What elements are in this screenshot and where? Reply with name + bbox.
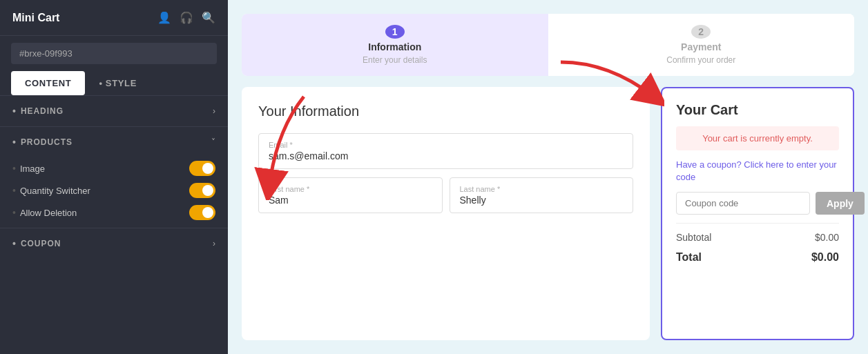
tab-content[interactable]: CONTENT xyxy=(11,71,85,95)
email-label: Email * xyxy=(269,141,623,149)
toggle-image-row: Image xyxy=(12,157,215,179)
first-name-value[interactable]: Sam xyxy=(269,195,432,206)
toggle-deletion[interactable] xyxy=(189,205,215,220)
first-name-wrapper: First name * Sam xyxy=(258,177,443,213)
toggle-deletion-row: Allow Deletion xyxy=(12,201,215,224)
subtotal-label: Subtotal xyxy=(676,232,711,243)
products-chevron-icon: ˅ xyxy=(211,137,215,147)
main-wrapper: 1 Information Enter your details 2 Payme… xyxy=(228,0,868,354)
cart-title: Your Cart xyxy=(676,102,839,118)
sidebar-title: Mini Cart xyxy=(12,12,59,24)
step-2-number: 2 xyxy=(691,25,711,39)
email-field-border: Email * sam.s@email.com xyxy=(258,133,633,169)
name-row: First name * Sam Last name * Shelly xyxy=(258,177,633,222)
sidebar-header: Mini Cart 👤 🎧 🔍 xyxy=(0,0,228,36)
subtotal-row: Subtotal $0.00 xyxy=(676,232,839,243)
last-name-label: Last name * xyxy=(460,185,624,193)
toggle-image-label: Image xyxy=(12,163,45,174)
step-payment[interactable]: 2 Payment Confirm your order xyxy=(548,14,855,76)
cart-divider xyxy=(676,223,839,224)
last-name-field-border: Last name * Shelly xyxy=(450,177,634,213)
headset-icon[interactable]: 🎧 xyxy=(180,11,193,24)
coupon-section[interactable]: COUPON › xyxy=(0,228,228,259)
step-1-sub: Enter your details xyxy=(363,55,427,65)
total-label: Total xyxy=(676,251,702,264)
toggle-quantity-label: Quantity Switcher xyxy=(12,185,90,196)
email-field-wrapper: Email * sam.s@email.com xyxy=(258,133,633,169)
form-title: Your Information xyxy=(258,104,633,119)
first-name-label: First name * xyxy=(269,185,432,193)
coupon-row: Apply xyxy=(676,192,839,215)
search-icon[interactable]: 🔍 xyxy=(202,11,215,24)
step-1-title: Information xyxy=(368,41,421,52)
sidebar: Mini Cart 👤 🎧 🔍 CONTENT STYLE HEADING › … xyxy=(0,0,228,354)
checkout-steps: 1 Information Enter your details 2 Payme… xyxy=(242,14,854,76)
content-row: Your Information Email * sam.s@email.com… xyxy=(242,87,854,340)
sidebar-id-bar xyxy=(0,36,228,71)
step-2-title: Payment xyxy=(681,41,721,52)
form-panel: Your Information Email * sam.s@email.com… xyxy=(242,87,650,340)
cart-panel: Your Cart Your cart is currently empty. … xyxy=(661,87,854,340)
cart-empty-notice: Your cart is currently empty. xyxy=(676,126,839,150)
coupon-input[interactable] xyxy=(676,192,810,215)
heading-chevron-icon: › xyxy=(213,106,215,116)
step-1-number: 1 xyxy=(385,25,405,39)
toggle-quantity-row: Quantity Switcher xyxy=(12,179,215,201)
products-label: PRODUCTS xyxy=(12,137,73,148)
toggle-quantity[interactable] xyxy=(189,183,215,198)
step-2-sub: Confirm your order xyxy=(666,55,735,65)
coupon-label: COUPON xyxy=(12,238,61,249)
step-information[interactable]: 1 Information Enter your details xyxy=(242,14,548,76)
user-icon[interactable]: 👤 xyxy=(157,11,171,24)
total-row: Total $0.00 xyxy=(676,251,839,264)
apply-button[interactable]: Apply xyxy=(816,192,865,215)
coupon-chevron-icon: › xyxy=(213,239,215,248)
last-name-value[interactable]: Shelly xyxy=(460,195,624,206)
tab-style[interactable]: STYLE xyxy=(85,71,151,95)
heading-section[interactable]: HEADING › xyxy=(0,95,228,126)
last-name-wrapper: Last name * Shelly xyxy=(450,177,634,213)
email-value[interactable]: sam.s@email.com xyxy=(269,150,623,161)
products-header[interactable]: PRODUCTS ˅ xyxy=(12,137,215,148)
sidebar-tabs: CONTENT STYLE xyxy=(11,71,217,95)
element-id-input[interactable] xyxy=(11,43,217,64)
first-name-field-border: First name * Sam xyxy=(258,177,443,213)
toggle-image[interactable] xyxy=(189,161,215,176)
subtotal-value: $0.00 xyxy=(815,232,839,243)
sidebar-icon-group: 👤 🎧 🔍 xyxy=(157,11,215,24)
heading-label: HEADING xyxy=(12,106,64,117)
coupon-link[interactable]: Have a coupon? Click here to enter your … xyxy=(676,159,839,184)
total-value: $0.00 xyxy=(811,251,839,264)
toggle-deletion-label: Allow Deletion xyxy=(12,207,77,218)
products-section: PRODUCTS ˅ Image Quantity Switcher Allow… xyxy=(0,126,228,228)
